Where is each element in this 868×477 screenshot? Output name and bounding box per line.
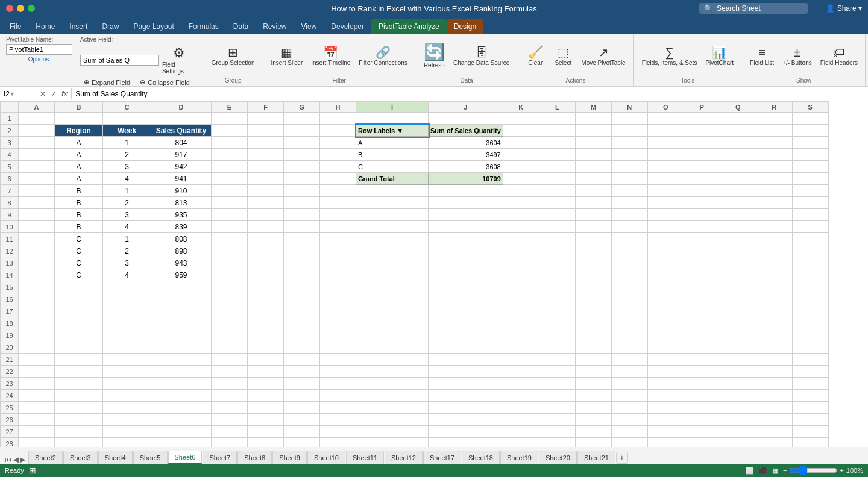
cell-E28[interactable]	[212, 438, 248, 447]
cell-B24[interactable]	[55, 390, 103, 402]
cell-D13[interactable]: 943	[151, 257, 212, 269]
cell-R27[interactable]	[756, 426, 792, 438]
cell-D25[interactable]	[151, 402, 212, 414]
cell-F21[interactable]	[248, 354, 284, 366]
cell-D24[interactable]	[151, 390, 212, 402]
cell-J13[interactable]	[429, 257, 503, 269]
tab-insert[interactable]: Insert	[62, 19, 95, 34]
cell-F16[interactable]	[248, 293, 284, 305]
cell-K18[interactable]	[503, 317, 539, 329]
cell-E2[interactable]	[212, 125, 248, 137]
cell-G7[interactable]	[284, 185, 320, 197]
cell-O8[interactable]	[647, 197, 684, 209]
cell-M7[interactable]	[575, 185, 611, 197]
cell-S23[interactable]	[792, 378, 828, 390]
cell-D2[interactable]: Sales Quantity	[151, 125, 212, 137]
cell-R13[interactable]	[756, 257, 792, 269]
cell-P16[interactable]	[684, 293, 720, 305]
sheet-tab-sheet19[interactable]: Sheet19	[500, 450, 538, 464]
cell-reference-box[interactable]: I2 ▼	[0, 87, 36, 101]
cell-L13[interactable]	[539, 257, 575, 269]
col-header-R[interactable]: R	[756, 102, 792, 113]
cell-E22[interactable]	[212, 366, 248, 378]
cell-N10[interactable]	[611, 221, 647, 233]
cell-B19[interactable]	[55, 329, 103, 341]
col-header-B[interactable]: B	[55, 102, 103, 113]
cell-O18[interactable]	[647, 317, 684, 329]
cell-S4[interactable]	[792, 149, 828, 161]
insert-function-icon[interactable]: fx	[60, 88, 69, 99]
cell-B16[interactable]	[55, 293, 103, 305]
cell-G26[interactable]	[284, 414, 320, 426]
cell-A21[interactable]	[19, 354, 55, 366]
cell-E24[interactable]	[212, 390, 248, 402]
cell-B20[interactable]	[55, 341, 103, 354]
cell-K17[interactable]	[503, 305, 539, 317]
cell-F18[interactable]	[248, 317, 284, 329]
cell-M17[interactable]	[575, 305, 611, 317]
cell-R26[interactable]	[756, 414, 792, 426]
cell-L6[interactable]	[539, 173, 575, 185]
cell-R9[interactable]	[756, 209, 792, 221]
cell-M6[interactable]	[575, 173, 611, 185]
cell-E7[interactable]	[212, 185, 248, 197]
cell-G28[interactable]	[284, 438, 320, 447]
cell-F8[interactable]	[248, 197, 284, 209]
cell-B21[interactable]	[55, 354, 103, 366]
cell-Q6[interactable]	[720, 173, 756, 185]
cell-G8[interactable]	[284, 197, 320, 209]
tab-review[interactable]: Review	[256, 19, 294, 34]
cell-H16[interactable]	[320, 293, 356, 305]
cell-P28[interactable]	[684, 438, 720, 447]
expand-field-button[interactable]: ⊕ Expand Field	[80, 77, 134, 87]
cell-E8[interactable]	[212, 197, 248, 209]
cell-A25[interactable]	[19, 402, 55, 414]
cell-S18[interactable]	[792, 317, 828, 329]
cell-N28[interactable]	[611, 438, 647, 447]
options-button[interactable]: Options	[6, 56, 71, 63]
cell-F27[interactable]	[248, 426, 284, 438]
cell-L10[interactable]	[539, 221, 575, 233]
cell-F13[interactable]	[248, 257, 284, 269]
cell-P14[interactable]	[684, 269, 720, 281]
cell-A24[interactable]	[19, 390, 55, 402]
cell-G18[interactable]	[284, 317, 320, 329]
cell-E5[interactable]	[212, 161, 248, 173]
cell-M10[interactable]	[575, 221, 611, 233]
cell-C27[interactable]	[103, 426, 151, 438]
col-header-G[interactable]: G	[284, 102, 320, 113]
cell-O11[interactable]	[647, 233, 684, 245]
cell-D5[interactable]: 942	[151, 161, 212, 173]
cell-S17[interactable]	[792, 305, 828, 317]
cell-R14[interactable]	[756, 269, 792, 281]
col-header-C[interactable]: C	[103, 102, 151, 113]
cell-Q21[interactable]	[720, 354, 756, 366]
tab-developer[interactable]: Developer	[324, 19, 371, 34]
cell-C17[interactable]	[103, 305, 151, 317]
cell-D9[interactable]: 935	[151, 209, 212, 221]
group-selection-button[interactable]: ⊞ Group Selection	[208, 44, 259, 69]
cell-M11[interactable]	[575, 233, 611, 245]
cell-A3[interactable]	[19, 137, 55, 149]
sheet-tab-sheet6[interactable]: Sheet6	[168, 450, 203, 464]
cell-S16[interactable]	[792, 293, 828, 305]
cell-D23[interactable]	[151, 378, 212, 390]
cell-K21[interactable]	[503, 354, 539, 366]
cell-H1[interactable]	[320, 113, 356, 125]
sheet-tab-sheet5[interactable]: Sheet5	[133, 450, 168, 464]
cell-B27[interactable]	[55, 426, 103, 438]
cell-M22[interactable]	[575, 366, 611, 378]
cell-C26[interactable]	[103, 414, 151, 426]
cell-O25[interactable]	[647, 402, 684, 414]
search-area[interactable]: 🔍 Search Sheet	[699, 3, 808, 14]
cell-G1[interactable]	[284, 113, 320, 125]
zoom-in-icon[interactable]: +	[840, 467, 843, 474]
cell-B2[interactable]: Region	[55, 125, 103, 137]
cell-E12[interactable]	[212, 245, 248, 257]
cell-S13[interactable]	[792, 257, 828, 269]
cell-A9[interactable]	[19, 209, 55, 221]
cell-F20[interactable]	[248, 341, 284, 354]
cell-H6[interactable]	[320, 173, 356, 185]
confirm-formula-icon[interactable]: ✓	[49, 89, 58, 99]
cell-G19[interactable]	[284, 329, 320, 341]
